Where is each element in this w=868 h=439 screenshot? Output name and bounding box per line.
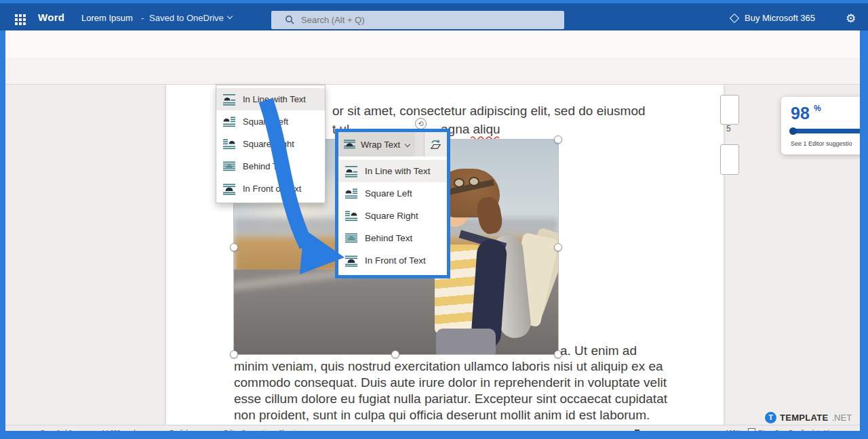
wrap-front-icon [223,183,235,195]
editor-score-percent: % [814,104,821,113]
floating-wrap-text-button[interactable]: Wrap Text [338,132,415,156]
template-net-logo-icon: T [765,412,776,423]
resize-handle-mid-left[interactable] [230,243,238,251]
menu-item-label: Square Left [243,117,288,127]
menu-item-label: Behind Text [243,161,289,171]
menu-bar: File Home Insert Layout References Revie… [0,30,868,58]
wrap-square-right-icon [223,138,235,150]
menu-item-in-front-of-text[interactable]: In Front of Text [338,249,447,272]
saved-status[interactable]: Saved to OneDrive [149,13,224,23]
diamond-icon [730,14,739,23]
document-text-fragment[interactable]: a. Ut enim ad [560,343,637,358]
wrap-front-icon [345,255,357,267]
menu-item-behind-text[interactable]: Behind Text [338,227,447,249]
flip-rotate-button[interactable] [424,132,447,156]
margin-widget-box [720,144,739,175]
wrap-square-left-icon [223,116,235,128]
search-input[interactable] [271,11,564,29]
frame-border-left [0,30,5,439]
menu-item-square-right[interactable]: Square Right [216,133,325,155]
template-net-name: TEMPLATE [780,413,829,423]
document-text-line[interactable]: esse cillum dolore eu fugiat nulla paria… [234,392,667,406]
document-text-line[interactable]: minim veniam, quis nostrud exercitation … [234,359,663,374]
wrap-behind-icon [345,232,357,245]
menu-item-square-right[interactable]: Square Right [338,205,447,227]
menu-item-label: In Front of Text [365,255,426,266]
resize-handle-bottom-center[interactable] [391,350,399,358]
menu-item-label: Behind Text [365,233,412,243]
margin-number: 5 [726,124,731,133]
menu-item-label: In Line with Text [365,166,431,176]
document-title[interactable]: Lorem Ipsum [81,13,133,23]
floating-wrap-text-menu: Wrap Text In Line with Text Square Left … [335,129,450,278]
wrap-text-icon [344,139,355,150]
template-net-tld: .NET [832,413,852,423]
resize-handle-mid-right[interactable] [554,243,562,251]
menu-item-in-line-with-text[interactable]: In Line with Text [338,160,447,182]
editor-suggestion-link[interactable]: See 1 Editor suggestio [791,140,852,147]
wrap-inline-icon [223,93,235,106]
ribbon: Wrap Text Rotate Crop Height Width ✓ Loc [0,58,868,85]
saved-status-chevron-icon[interactable] [227,14,233,19]
app-launcher-icon[interactable] [15,14,28,28]
editor-score-bar [791,129,868,133]
editor-score-card[interactable]: 98 % See 1 Editor suggestio [781,97,868,154]
title-bar: Word Lorem Ipsum - Saved to OneDrive Buy… [0,3,868,30]
menu-item-square-left[interactable]: Square Left [338,182,447,205]
menu-item-in-line-with-text[interactable]: In Line with Text [216,88,325,110]
frame-border-right [860,30,868,439]
resize-handle-top-right[interactable] [554,135,562,144]
menu-item-label: Square Left [365,188,412,198]
word-online-window: Word Lorem Ipsum - Saved to OneDrive Buy… [0,0,868,439]
editor-score-value: 98 [791,104,810,123]
app-name: Word [38,12,64,23]
resize-handle-bottom-left[interactable] [230,350,238,358]
wrap-behind-icon [223,161,235,173]
editor-score-bar-cap [789,127,797,135]
document-text-line[interactable]: non proident, sunt in culpa qui officia … [234,408,650,423]
menu-item-in-front-of-text[interactable]: In Front of Text [216,177,325,200]
floating-wrap-options-list: In Line with Text Square Left Square Rig… [338,156,447,275]
title-separator: - [141,13,144,23]
chevron-down-icon [405,142,410,147]
margin-widget-box [720,95,739,125]
floating-toolbar: Wrap Text [338,132,447,156]
menu-item-behind-text[interactable]: Behind Text [216,155,325,177]
wrap-text-dropdown-menu: In Line with Text Square Left Square Rig… [216,85,326,203]
menu-item-square-left[interactable]: Square Left [216,110,325,133]
document-text-line[interactable]: commodo consequat. Duis aute irure dolor… [234,375,667,390]
wrap-square-left-icon [345,188,357,200]
menu-item-label: Square Right [243,139,294,149]
menu-item-label: In Front of Text [243,184,301,194]
menu-item-label: Square Right [365,211,418,221]
wrap-square-right-icon [345,210,357,222]
template-net-watermark: T TEMPLATE.NET [765,412,852,423]
image-rotate-handle[interactable]: ⟲ [415,118,427,129]
menu-item-label: In Line with Text [243,94,306,104]
buy-microsoft-365-link[interactable]: Buy Microsoft 365 [745,13,815,23]
search-icon [285,15,294,24]
document-text-line[interactable]: or sit amet, consectetur adipiscing elit… [332,104,646,119]
wrap-inline-icon [345,165,357,177]
frame-border-bottom [0,431,868,439]
settings-gear-icon[interactable]: ⚙ [846,12,856,25]
wrap-text-label: Wrap Text [361,140,400,150]
